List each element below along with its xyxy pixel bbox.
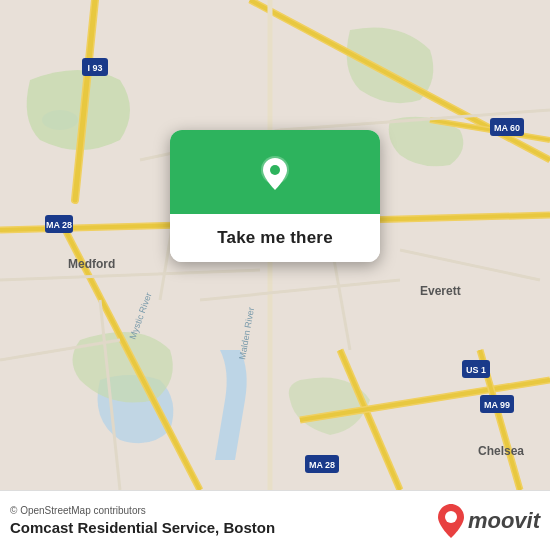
svg-text:Medford: Medford: [68, 257, 115, 271]
bottom-bar: © OpenStreetMap contributors Comcast Res…: [0, 490, 550, 550]
svg-text:MA 99: MA 99: [484, 400, 510, 410]
popup-header: [170, 130, 380, 214]
moovit-wordmark: moovit: [468, 508, 540, 534]
svg-text:US 1: US 1: [466, 365, 486, 375]
svg-text:MA 28: MA 28: [46, 220, 72, 230]
osm-attribution: © OpenStreetMap contributors: [10, 505, 436, 516]
popup-card: Take me there: [170, 130, 380, 262]
svg-text:I 93: I 93: [87, 63, 102, 73]
svg-text:MA 60: MA 60: [494, 123, 520, 133]
moovit-logo: moovit: [436, 502, 540, 540]
svg-text:MA 28: MA 28: [309, 460, 335, 470]
moovit-pin-icon: [436, 502, 466, 540]
svg-text:Chelsea: Chelsea: [478, 444, 524, 458]
map-container: I 93 MA 28 MA 60 MA 99 US 1 MA 28 Medfor…: [0, 0, 550, 490]
location-pin-icon: [253, 152, 297, 196]
svg-point-48: [445, 511, 457, 523]
svg-text:Everett: Everett: [420, 284, 461, 298]
location-title: Comcast Residential Service, Boston: [10, 519, 436, 536]
svg-point-47: [270, 165, 280, 175]
bottom-bar-info: © OpenStreetMap contributors Comcast Res…: [10, 505, 436, 536]
take-me-there-button[interactable]: Take me there: [170, 214, 380, 262]
